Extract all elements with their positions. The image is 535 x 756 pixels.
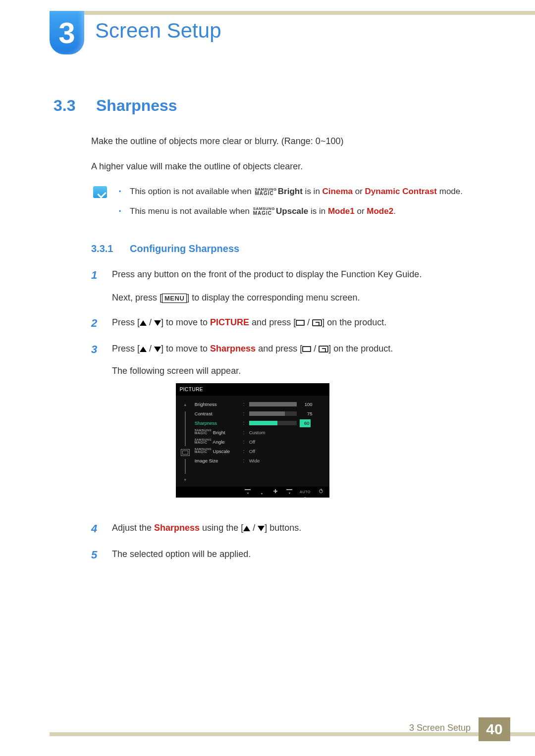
osd-plus-icon: ▾ [272, 489, 279, 494]
step-3-line-2: The following screen will appear. [112, 363, 393, 379]
note-item-2: This menu is not available when SAMSUNGM… [119, 205, 463, 218]
osd-row: Contrast:75 [195, 409, 324, 418]
intro-paragraph-1: Make the outline of objects more clear o… [91, 135, 500, 148]
source-icon [302, 346, 311, 352]
samsung-magic-label: SAMSUNGMAGIC [255, 188, 276, 196]
header-rule [50, 11, 535, 15]
step-number: 1 [91, 267, 101, 305]
down-arrow-icon [154, 320, 161, 326]
down-arrow-icon [154, 347, 161, 352]
note-icon [93, 186, 107, 198]
tv-icon [181, 449, 190, 456]
osd-row: SAMSUNGMAGIC Bright:Custom [195, 428, 324, 437]
step-number: 3 [91, 341, 101, 510]
step-2: 2 Press [ / ] to move to PICTURE and pre… [91, 315, 500, 331]
osd-sidebar: ▲ ▼ [180, 400, 191, 483]
up-arrow-icon [140, 347, 147, 352]
note-list: This option is not available when SAMSUN… [119, 185, 463, 224]
step-1-line-2: Next, press [MENU] to display the corres… [112, 290, 422, 305]
osd-footer: ▾ ▾ ▾ ▾ AUTO▾ [176, 487, 329, 498]
chapter-title: Screen Setup [95, 19, 221, 43]
step-4-text: Adjust the Sharpness using the [ / ] but… [112, 520, 301, 537]
osd-screenshot: PICTURE ▲ ▼ Brightness:100Contrast:75Sha… [176, 383, 329, 497]
enter-icon [319, 346, 328, 353]
step-3-line-1: Press [ / ] to move to Sharpness and pre… [112, 341, 393, 356]
menu-button-icon: MENU [162, 294, 187, 303]
samsung-magic-label: SAMSUNGMAGIC [253, 207, 275, 215]
osd-minus-icon: ▾ [258, 489, 265, 494]
step-number: 5 [91, 547, 101, 563]
down-arrow-icon [258, 526, 265, 531]
step-1-line-1: Press any button on the front of the pro… [112, 267, 422, 282]
chapter-number-badge: 3 [50, 11, 84, 54]
section-number: 3.3 [54, 97, 81, 115]
note-block: This option is not available when SAMSUN… [93, 185, 500, 224]
up-arrow-icon [140, 320, 147, 326]
section-title: Sharpness [96, 97, 177, 115]
osd-rows: Brightness:100Contrast:75Sharpness:60SAM… [195, 400, 324, 483]
step-5-text: The selected option will be applied. [112, 547, 251, 563]
subsection-number: 3.3.1 [91, 241, 119, 256]
enter-icon [312, 319, 322, 326]
osd-power-icon [318, 489, 324, 494]
osd-title: PICTURE [176, 383, 329, 396]
step-list: 1 Press any button on the front of the p… [91, 267, 500, 563]
page-number: 40 [479, 717, 510, 741]
subsection-heading: 3.3.1 Configuring Sharpness [91, 241, 500, 256]
source-icon [296, 320, 305, 326]
section-body: Make the outline of objects more clear o… [91, 135, 500, 563]
osd-auto-label: AUTO▾ [300, 489, 310, 494]
page-content: 3.3 Sharpness Make the outline of object… [54, 97, 500, 573]
step-number: 2 [91, 315, 101, 331]
osd-row: Sharpness:60 [195, 418, 324, 428]
note-item-1: This option is not available when SAMSUN… [119, 185, 463, 198]
osd-row: SAMSUNGMAGIC Angle:Off [195, 437, 324, 447]
intro-paragraph-2: A higher value will make the outline of … [91, 160, 500, 173]
step-number: 4 [91, 520, 101, 537]
up-arrow-icon [243, 526, 250, 531]
osd-row: Image Size:Wide [195, 456, 324, 465]
step-3: 3 Press [ / ] to move to Sharpness and p… [91, 341, 500, 510]
osd-source-icon: ▾ [286, 489, 293, 494]
subsection-title: Configuring Sharpness [130, 241, 239, 256]
osd-row: SAMSUNGMAGIC Upscale:Off [195, 447, 324, 456]
step-4: 4 Adjust the Sharpness using the [ / ] b… [91, 520, 500, 537]
step-1: 1 Press any button on the front of the p… [91, 267, 500, 305]
step-5: 5 The selected option will be applied. [91, 547, 500, 563]
footer-text: 3 Screen Setup [409, 723, 471, 733]
step-2-text: Press [ / ] to move to PICTURE and press… [112, 315, 386, 331]
section-heading: 3.3 Sharpness [54, 97, 500, 115]
osd-back-icon: ▾ [244, 489, 251, 494]
osd-row: Brightness:100 [195, 400, 324, 409]
